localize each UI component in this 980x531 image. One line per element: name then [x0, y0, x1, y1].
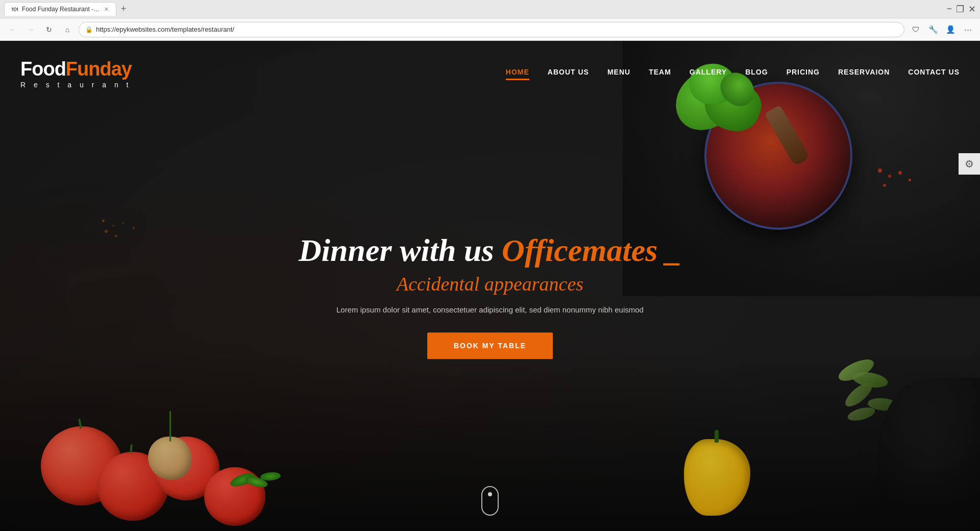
nav-reservation[interactable]: RESERVAION [838, 68, 890, 80]
scroll-dot [488, 492, 492, 496]
tab-favicon: 🍽 [12, 6, 18, 13]
nav-gallery[interactable]: GALLERY [690, 68, 727, 80]
logo-funday-text: Funday [66, 58, 132, 80]
nav-menu: HOME ABOUT US MENU TEAM GALLERY BLOG PRI… [506, 68, 960, 80]
home-button[interactable]: ⌂ [60, 22, 75, 37]
logo: FoodFunday R e s t a u r a n t [20, 59, 132, 89]
toolbar-right-icons: 🛡 🔧 👤 ⋯ [909, 22, 975, 37]
new-tab-button[interactable]: + [116, 2, 131, 16]
logo-subtitle-text: R e s t a u r a n t [20, 81, 132, 89]
browser-menu-button[interactable]: ⋯ [961, 22, 975, 37]
website-content: ⚙ FoodFunday R e s t a u r a n t HOME AB… [0, 41, 980, 531]
browser-titlebar: 🍽 Food Funday Restaurant - One p ✕ + − ❐… [0, 0, 980, 18]
address-bar[interactable]: 🔒 https://epykwebsites.com/templates/res… [79, 22, 904, 37]
back-button[interactable]: ← [5, 22, 19, 37]
nav-menu-item[interactable]: MENU [607, 68, 630, 80]
url-text: https://epykwebsites.com/templates/resta… [96, 26, 234, 33]
scroll-indicator [481, 486, 499, 516]
book-table-button[interactable]: BOOK MY TABLE [427, 332, 553, 359]
hero-title: Dinner with us Officemates _ [299, 233, 681, 268]
tab-close-button[interactable]: ✕ [104, 6, 109, 13]
nav-pricing[interactable]: PRICING [787, 68, 820, 80]
nav-home[interactable]: HOME [506, 68, 529, 80]
close-window-button[interactable]: ✕ [968, 4, 976, 15]
nav-team[interactable]: TEAM [649, 68, 671, 80]
hero-title-orange: Officemates [502, 233, 657, 268]
hero-content: Dinner with us Officemates _ Accidental … [299, 233, 681, 359]
ssl-lock-icon: 🔒 [85, 26, 93, 33]
nav-blog[interactable]: BLOG [745, 68, 768, 80]
settings-gear-button[interactable]: ⚙ [959, 153, 980, 175]
extension1-icon[interactable]: 🛡 [909, 22, 923, 37]
profile-icon[interactable]: 👤 [943, 22, 958, 37]
nav-about[interactable]: ABOUT US [548, 68, 589, 80]
hero-title-white: Dinner with us [299, 233, 494, 268]
browser-tab[interactable]: 🍽 Food Funday Restaurant - One p ✕ [4, 2, 116, 16]
logo-food-text: Food [20, 58, 66, 80]
minimize-button[interactable]: − [946, 4, 952, 14]
nav-contact[interactable]: CONTACT US [908, 68, 960, 80]
logo-text: FoodFunday [20, 59, 132, 79]
forward-button[interactable]: → [23, 22, 38, 37]
extension2-icon[interactable]: 🔧 [926, 22, 940, 37]
hero-description: Lorem ipsum dolor sit amet, consectetuer… [299, 305, 681, 314]
hero-title-cursor: _ [666, 233, 681, 268]
navbar: FoodFunday R e s t a u r a n t HOME ABOU… [0, 41, 980, 107]
hero-subtitle: Accidental appearances [299, 273, 681, 295]
browser-toolbar: ← → ↻ ⌂ 🔒 https://epykwebsites.com/templ… [0, 18, 980, 41]
refresh-button[interactable]: ↻ [42, 22, 56, 37]
tab-title: Food Funday Restaurant - One p [22, 6, 100, 13]
scroll-mouse-icon [481, 486, 499, 516]
maximize-button[interactable]: ❐ [956, 4, 964, 15]
window-controls: − ❐ ✕ [946, 4, 976, 15]
gear-icon: ⚙ [965, 158, 974, 170]
browser-window: 🍽 Food Funday Restaurant - One p ✕ + − ❐… [0, 0, 980, 531]
